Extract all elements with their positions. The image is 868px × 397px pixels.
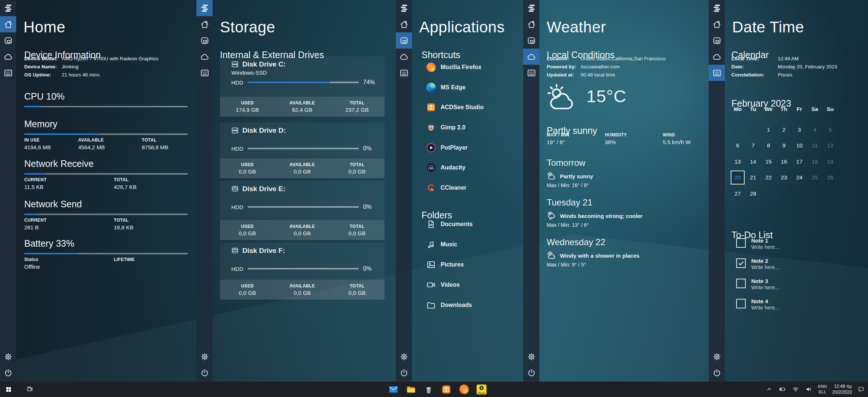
todo-checkbox[interactable] xyxy=(736,299,746,308)
rail-home-button[interactable] xyxy=(523,16,539,32)
calendar-day-8[interactable]: 8 xyxy=(761,138,776,154)
shortcut-ms-edge[interactable]: MS Edge xyxy=(426,82,466,93)
calendar-day-number: 17 xyxy=(793,155,806,168)
calendar-day-10[interactable]: 10 xyxy=(792,138,807,154)
rail-settings-button[interactable] xyxy=(396,348,412,365)
rail-weather-button[interactable] xyxy=(196,49,213,65)
rail-storage-button[interactable] xyxy=(396,0,412,16)
rail-power-button[interactable] xyxy=(0,365,16,381)
rail-home-button[interactable] xyxy=(709,16,725,32)
info-value: Monday 20, February 2023 xyxy=(778,64,837,69)
potplayer-icon[interactable]: Player xyxy=(477,385,487,394)
rail-settings-button[interactable] xyxy=(196,348,213,365)
rail-storage-button[interactable] xyxy=(196,0,213,16)
rail-power-button[interactable] xyxy=(523,365,539,381)
rail-home-button[interactable] xyxy=(196,16,213,32)
rail-storage-button[interactable] xyxy=(523,0,539,16)
calendar-day-23[interactable]: 23 xyxy=(776,170,792,186)
shortcut-ccleaner[interactable]: CCleaner xyxy=(426,182,466,193)
rail-home-button[interactable] xyxy=(396,16,412,32)
taskview-button[interactable] xyxy=(21,382,38,397)
drive-stat: TOTAL0,0 GB xyxy=(330,224,384,236)
shortcut-mozilla-firefox[interactable]: Mozilla Firefox xyxy=(426,62,481,73)
rail-datetime-button[interactable] xyxy=(0,65,16,81)
rail-applications-button[interactable] xyxy=(523,32,539,49)
start-button[interactable] xyxy=(0,382,17,397)
calendar-day-21[interactable]: 21 xyxy=(745,170,761,186)
shortcut-acdsee-studio[interactable]: ACDSee Studio xyxy=(426,102,484,113)
rail-home-button[interactable] xyxy=(0,16,16,32)
calendar-day-6[interactable]: 6 xyxy=(730,138,745,154)
calendar-day-16[interactable]: 16 xyxy=(776,154,792,170)
rail-settings-button[interactable] xyxy=(523,348,539,365)
rail-datetime-button[interactable] xyxy=(523,65,539,81)
info-label: Updated at: xyxy=(547,72,574,78)
calendar-day-15[interactable]: 15 xyxy=(761,154,776,170)
calendar-day-2[interactable]: 2 xyxy=(776,122,792,138)
action-center-icon[interactable] xyxy=(857,385,865,393)
calendar-day-1[interactable]: 1 xyxy=(761,122,776,138)
file-explorer-icon[interactable] xyxy=(406,385,416,394)
folder-videos[interactable]: Videos xyxy=(426,279,460,290)
rail-power-button[interactable] xyxy=(196,365,213,381)
language-indicator[interactable]: ENG ELL xyxy=(818,384,827,395)
folder-downloads[interactable]: Downloads xyxy=(426,300,472,311)
calendar-day-4[interactable]: 4 xyxy=(807,122,822,138)
tray-chevron-up-icon[interactable] xyxy=(765,385,773,393)
folder-documents[interactable]: Documents xyxy=(426,219,473,230)
rail-storage-button[interactable] xyxy=(0,0,16,16)
rail-storage-button[interactable] xyxy=(709,0,725,16)
rail-weather-button[interactable] xyxy=(709,49,725,65)
rail-applications-button[interactable] xyxy=(196,32,213,49)
calendar-day-25[interactable]: 25 xyxy=(807,170,822,186)
calendar-day-5[interactable]: 5 xyxy=(822,122,838,138)
shortcut-gimp-2-0[interactable]: Gimp 2.0 xyxy=(426,122,466,133)
folder-music[interactable]: Music xyxy=(426,239,457,250)
calendar-day-28[interactable]: 28 xyxy=(745,186,761,202)
calendar-day-14[interactable]: 14 xyxy=(745,154,761,170)
recycle-bin-icon[interactable] xyxy=(424,385,434,394)
rail-weather-button[interactable] xyxy=(0,49,16,65)
firefox-icon[interactable] xyxy=(459,385,469,394)
mail-icon[interactable] xyxy=(388,385,398,394)
rail-applications-button[interactable] xyxy=(0,32,16,49)
shortcut-potplayer[interactable]: PotPlayer xyxy=(426,142,468,153)
calendar-day-22[interactable]: 22 xyxy=(761,170,776,186)
calendar-day-26[interactable]: 26 xyxy=(822,170,838,186)
calendar-day-9[interactable]: 9 xyxy=(776,138,792,154)
rail-weather-button[interactable] xyxy=(523,49,539,65)
calendar-day-3[interactable]: 3 xyxy=(792,122,807,138)
calendar-day-24[interactable]: 24 xyxy=(792,170,807,186)
rail-storage xyxy=(196,0,213,382)
shortcut-audacity[interactable]: Audacity xyxy=(426,162,466,173)
calendar-day-12[interactable]: 12 xyxy=(822,138,838,154)
calendar-day-11[interactable]: 11 xyxy=(807,138,822,154)
rail-settings-button[interactable] xyxy=(0,348,16,365)
battery-icon[interactable] xyxy=(778,385,786,393)
rail-power-button[interactable] xyxy=(709,365,725,381)
calendar-day-7[interactable]: 7 xyxy=(745,138,761,154)
speaker-icon[interactable] xyxy=(805,385,813,393)
folder-pictures[interactable]: Pictures xyxy=(426,259,464,270)
rail-datetime-button[interactable] xyxy=(709,65,725,81)
calendar-day-18[interactable]: 18 xyxy=(807,154,822,170)
todo-checkbox-checked[interactable] xyxy=(736,258,746,268)
rail-applications-button[interactable] xyxy=(709,32,725,49)
todo-checkbox[interactable] xyxy=(736,279,746,288)
calendar-day-19[interactable]: 19 xyxy=(822,154,838,170)
rail-settings-button[interactable] xyxy=(709,348,725,365)
calendar-day-17[interactable]: 17 xyxy=(792,154,807,170)
calendar-day-13[interactable]: 13 xyxy=(730,154,745,170)
drive-volume-label xyxy=(220,135,384,143)
calendar-day-20[interactable]: 20 xyxy=(730,170,745,186)
todo-checkbox[interactable] xyxy=(736,238,746,248)
rail-power-button[interactable] xyxy=(396,365,412,381)
rail-applications-button[interactable] xyxy=(396,32,412,49)
calendar-day-27[interactable]: 27 xyxy=(730,186,745,202)
rail-weather-button[interactable] xyxy=(396,49,412,65)
acdsee-icon[interactable] xyxy=(441,385,451,394)
wifi-icon[interactable] xyxy=(792,385,800,393)
rail-datetime-button[interactable] xyxy=(196,65,213,81)
taskbar-clock[interactable]: 12:49 πμ 20/2/2023 xyxy=(832,383,852,395)
rail-datetime-button[interactable] xyxy=(396,65,412,81)
